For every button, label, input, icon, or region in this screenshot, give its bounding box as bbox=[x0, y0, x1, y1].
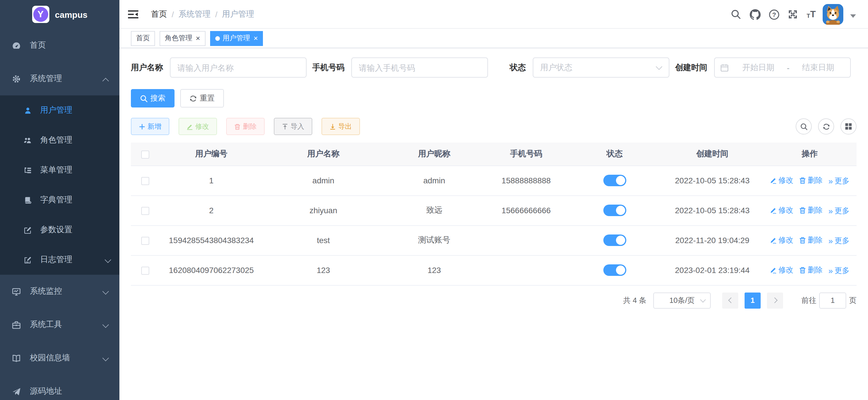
sidebar-item-menu-mgmt[interactable]: 菜单管理 bbox=[0, 155, 119, 185]
hamburger-icon[interactable] bbox=[128, 10, 138, 18]
question-icon[interactable]: ? bbox=[769, 9, 779, 19]
row-more-link[interactable]: 更多 bbox=[828, 205, 849, 216]
table-toolbar: 新增 修改 删除 导入 导出 bbox=[131, 118, 857, 135]
row-delete-link[interactable]: 删除 bbox=[799, 235, 823, 245]
prev-page-button[interactable] bbox=[722, 292, 738, 308]
cell-username: 123 bbox=[263, 255, 383, 285]
dictionary-icon bbox=[24, 196, 32, 204]
row-edit-link[interactable]: 修改 bbox=[770, 235, 794, 245]
navbar: 首页 / 系统管理 / 用户管理 ? TT bbox=[119, 0, 868, 29]
refresh-icon bbox=[823, 123, 830, 130]
logo-text: campus bbox=[55, 9, 87, 19]
row-checkbox[interactable] bbox=[141, 267, 149, 275]
phone-input[interactable] bbox=[352, 58, 487, 77]
status-toggle[interactable] bbox=[603, 175, 626, 186]
users-icon bbox=[24, 137, 32, 144]
font-size-icon[interactable]: TT bbox=[807, 9, 816, 19]
refresh-button[interactable] bbox=[818, 118, 834, 135]
github-icon[interactable] bbox=[750, 9, 760, 19]
export-button[interactable]: 导出 bbox=[321, 118, 360, 135]
start-date-placeholder: 开始日期 bbox=[732, 62, 784, 73]
add-button[interactable]: 新增 bbox=[131, 118, 169, 135]
current-page-button[interactable]: 1 bbox=[745, 292, 761, 308]
close-icon[interactable] bbox=[196, 34, 200, 42]
tag-home[interactable]: 首页 bbox=[131, 31, 155, 46]
tree-menu-icon bbox=[24, 166, 32, 174]
breadcrumb-system[interactable]: 系统管理 bbox=[179, 9, 211, 19]
row-more-link[interactable]: 更多 bbox=[828, 265, 849, 276]
delete-button[interactable]: 删除 bbox=[226, 118, 265, 135]
username-input[interactable] bbox=[170, 58, 306, 77]
sidebar-item-home[interactable]: 首页 bbox=[0, 29, 119, 62]
paper-plane-icon bbox=[11, 387, 21, 396]
goto-page-input[interactable] bbox=[819, 292, 846, 308]
sidebar-item-log-mgmt[interactable]: 日志管理 bbox=[0, 245, 119, 275]
select-all-checkbox[interactable] bbox=[141, 150, 149, 159]
sidebar-item-label: 用户管理 bbox=[40, 105, 72, 116]
close-icon[interactable] bbox=[253, 34, 258, 42]
cell-nickname: 测试账号 bbox=[384, 225, 485, 255]
status-toggle[interactable] bbox=[603, 234, 626, 246]
sidebar-item-param-settings[interactable]: 参数设置 bbox=[0, 215, 119, 245]
status-toggle[interactable] bbox=[603, 205, 626, 216]
sidebar-item-monitor[interactable]: 系统监控 bbox=[0, 275, 119, 308]
tag-user-mgmt[interactable]: 用户管理 bbox=[210, 31, 263, 46]
sidebar-item-user-mgmt[interactable]: 用户管理 bbox=[0, 95, 119, 125]
reset-button[interactable]: 重置 bbox=[180, 89, 224, 108]
sidebar-item-tools[interactable]: 系统工具 bbox=[0, 308, 119, 341]
sidebar-item-dict-mgmt[interactable]: 字典管理 bbox=[0, 185, 119, 215]
sidebar-item-system[interactable]: 系统管理 bbox=[0, 62, 119, 95]
row-edit-link[interactable]: 修改 bbox=[770, 205, 794, 215]
page-size-select[interactable]: 10条/页 bbox=[653, 292, 711, 308]
users-table: 用户编号 用户名称 用户昵称 手机号码 状态 创建时间 操作 1 admin bbox=[131, 143, 857, 285]
add-button-label: 新增 bbox=[148, 121, 161, 131]
row-edit-link[interactable]: 修改 bbox=[770, 265, 794, 275]
breadcrumb-home[interactable]: 首页 bbox=[151, 9, 167, 19]
filter-actions: 搜索 重置 bbox=[131, 89, 857, 108]
row-checkbox[interactable] bbox=[141, 237, 149, 245]
sidebar-item-source-code[interactable]: 源码地址 bbox=[0, 375, 119, 400]
logo[interactable]: Y campus bbox=[0, 0, 119, 29]
col-header-ops: 操作 bbox=[763, 143, 857, 166]
col-header-nickname: 用户昵称 bbox=[384, 143, 485, 166]
row-more-link[interactable]: 更多 bbox=[828, 235, 849, 246]
import-button[interactable]: 导入 bbox=[274, 118, 312, 135]
row-delete-link[interactable]: 删除 bbox=[799, 265, 823, 275]
status-select[interactable]: 用户状态 bbox=[533, 57, 670, 78]
cell-user-id: 1 bbox=[160, 166, 263, 195]
show-search-button[interactable] bbox=[796, 118, 812, 135]
search-button[interactable]: 搜索 bbox=[131, 89, 175, 108]
goto-label: 前往 bbox=[801, 295, 816, 306]
row-delete-link[interactable]: 删除 bbox=[799, 175, 823, 185]
sidebar-item-label: 校园信息墙 bbox=[30, 353, 70, 363]
table-row: 1594285543804383234 test 测试账号 2022-11-20… bbox=[131, 225, 857, 255]
row-checkbox[interactable] bbox=[141, 207, 149, 215]
sidebar-item-label: 系统管理 bbox=[30, 74, 62, 84]
sidebar-item-campus-wall[interactable]: 校园信息墙 bbox=[0, 341, 119, 375]
sidebar-item-role-mgmt[interactable]: 角色管理 bbox=[0, 125, 119, 155]
table-tools bbox=[796, 118, 857, 135]
row-checkbox[interactable] bbox=[141, 177, 149, 185]
next-page-button[interactable] bbox=[767, 292, 783, 308]
col-header-user-id: 用户编号 bbox=[160, 143, 263, 166]
table-row: 1620804097062273025 123 123 2023-02-01 2… bbox=[131, 255, 857, 285]
end-date-placeholder: 结束日期 bbox=[792, 62, 844, 73]
date-range-picker[interactable]: 开始日期 - 结束日期 bbox=[714, 57, 851, 78]
tag-role-mgmt[interactable]: 角色管理 bbox=[160, 31, 205, 46]
filter-phone: 手机号码 bbox=[312, 57, 488, 78]
caret-down-icon[interactable] bbox=[850, 14, 856, 18]
search-icon[interactable] bbox=[731, 9, 741, 19]
fullscreen-icon[interactable] bbox=[787, 9, 798, 19]
status-toggle[interactable] bbox=[603, 264, 626, 276]
row-more-link[interactable]: 更多 bbox=[828, 176, 849, 186]
row-delete-link[interactable]: 删除 bbox=[799, 205, 823, 215]
edit-button[interactable]: 修改 bbox=[179, 118, 217, 135]
gear-icon bbox=[11, 75, 21, 83]
cell-user-id: 2 bbox=[160, 195, 263, 225]
range-separator: - bbox=[784, 63, 792, 72]
avatar[interactable] bbox=[823, 4, 843, 24]
row-edit-link[interactable]: 修改 bbox=[770, 175, 794, 185]
table-header-row: 用户编号 用户名称 用户昵称 手机号码 状态 创建时间 操作 bbox=[131, 143, 857, 166]
breadcrumb-separator: / bbox=[172, 9, 174, 19]
columns-button[interactable] bbox=[840, 118, 857, 135]
